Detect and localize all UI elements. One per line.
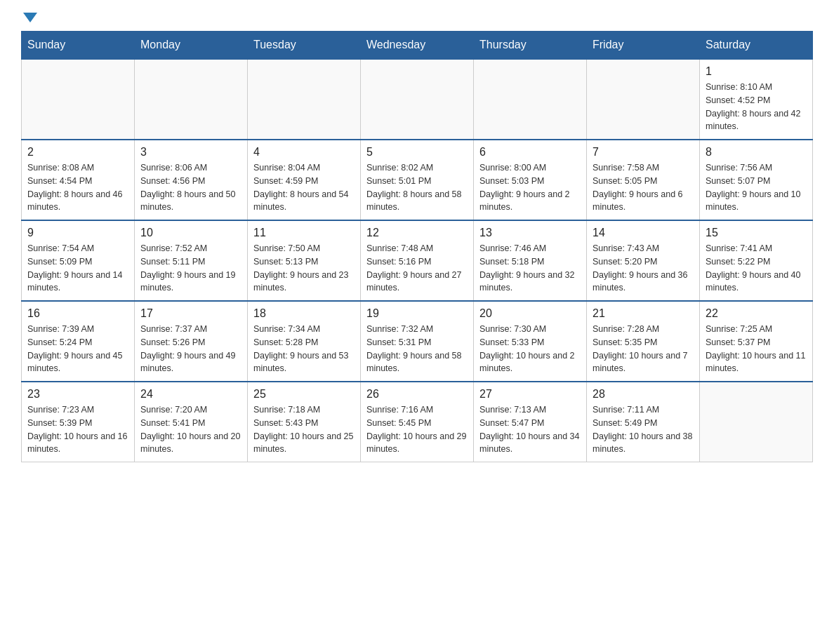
page-header xyxy=(21,14,813,24)
day-number: 16 xyxy=(27,307,128,320)
day-info: Sunrise: 7:20 AM Sunset: 5:41 PM Dayligh… xyxy=(140,403,241,456)
calendar-table: SundayMondayTuesdayWednesdayThursdayFrid… xyxy=(21,31,813,462)
calendar-day-cell: 13Sunrise: 7:46 AM Sunset: 5:18 PM Dayli… xyxy=(474,220,587,301)
day-info: Sunrise: 7:46 AM Sunset: 5:18 PM Dayligh… xyxy=(479,242,581,295)
calendar-day-cell: 15Sunrise: 7:41 AM Sunset: 5:22 PM Dayli… xyxy=(700,220,813,301)
day-number: 18 xyxy=(253,307,355,320)
day-number: 7 xyxy=(593,146,694,159)
calendar-week-row: 23Sunrise: 7:23 AM Sunset: 5:39 PM Dayli… xyxy=(22,382,813,462)
weekday-header-monday: Monday xyxy=(135,32,248,60)
day-number: 26 xyxy=(366,388,468,401)
calendar-day-cell: 26Sunrise: 7:16 AM Sunset: 5:45 PM Dayli… xyxy=(361,382,474,462)
day-info: Sunrise: 8:10 AM Sunset: 4:52 PM Dayligh… xyxy=(706,81,807,133)
calendar-day-cell xyxy=(248,59,361,140)
day-number: 5 xyxy=(366,146,468,159)
calendar-week-row: 16Sunrise: 7:39 AM Sunset: 5:24 PM Dayli… xyxy=(22,301,813,382)
day-number: 12 xyxy=(366,227,468,239)
day-number: 4 xyxy=(253,146,355,159)
calendar-day-cell: 10Sunrise: 7:52 AM Sunset: 5:11 PM Dayli… xyxy=(135,220,248,301)
calendar-day-cell: 2Sunrise: 8:08 AM Sunset: 4:54 PM Daylig… xyxy=(22,140,135,220)
weekday-header-thursday: Thursday xyxy=(474,32,587,60)
calendar-day-cell: 23Sunrise: 7:23 AM Sunset: 5:39 PM Dayli… xyxy=(22,382,135,462)
calendar-week-row: 1Sunrise: 8:10 AM Sunset: 4:52 PM Daylig… xyxy=(22,59,813,140)
calendar-day-cell xyxy=(587,59,700,140)
day-info: Sunrise: 7:52 AM Sunset: 5:11 PM Dayligh… xyxy=(140,242,241,295)
calendar-day-cell: 6Sunrise: 8:00 AM Sunset: 5:03 PM Daylig… xyxy=(474,140,587,220)
day-number: 2 xyxy=(27,146,128,159)
calendar-day-cell: 18Sunrise: 7:34 AM Sunset: 5:28 PM Dayli… xyxy=(248,301,361,382)
day-number: 24 xyxy=(140,388,241,401)
calendar-day-cell: 14Sunrise: 7:43 AM Sunset: 5:20 PM Dayli… xyxy=(587,220,700,301)
calendar-day-cell xyxy=(22,59,135,140)
calendar-day-cell: 9Sunrise: 7:54 AM Sunset: 5:09 PM Daylig… xyxy=(22,220,135,301)
calendar-day-cell: 22Sunrise: 7:25 AM Sunset: 5:37 PM Dayli… xyxy=(700,301,813,382)
weekday-header-saturday: Saturday xyxy=(700,32,813,60)
calendar-day-cell: 12Sunrise: 7:48 AM Sunset: 5:16 PM Dayli… xyxy=(361,220,474,301)
day-info: Sunrise: 7:39 AM Sunset: 5:24 PM Dayligh… xyxy=(27,323,128,375)
calendar-day-cell: 17Sunrise: 7:37 AM Sunset: 5:26 PM Dayli… xyxy=(135,301,248,382)
day-info: Sunrise: 7:43 AM Sunset: 5:20 PM Dayligh… xyxy=(593,242,694,295)
calendar-week-row: 2Sunrise: 8:08 AM Sunset: 4:54 PM Daylig… xyxy=(22,140,813,220)
day-info: Sunrise: 7:23 AM Sunset: 5:39 PM Dayligh… xyxy=(27,403,128,456)
calendar-day-cell: 8Sunrise: 7:56 AM Sunset: 5:07 PM Daylig… xyxy=(700,140,813,220)
day-info: Sunrise: 8:00 AM Sunset: 5:03 PM Dayligh… xyxy=(479,161,581,214)
day-number: 9 xyxy=(27,227,128,239)
day-info: Sunrise: 7:58 AM Sunset: 5:05 PM Dayligh… xyxy=(593,161,694,214)
day-number: 14 xyxy=(593,227,694,239)
calendar-day-cell xyxy=(700,382,813,462)
day-info: Sunrise: 8:02 AM Sunset: 5:01 PM Dayligh… xyxy=(366,161,468,214)
day-info: Sunrise: 7:37 AM Sunset: 5:26 PM Dayligh… xyxy=(140,323,241,375)
day-number: 27 xyxy=(479,388,581,401)
day-info: Sunrise: 8:06 AM Sunset: 4:56 PM Dayligh… xyxy=(140,161,241,214)
day-number: 3 xyxy=(140,146,241,159)
calendar-day-cell: 24Sunrise: 7:20 AM Sunset: 5:41 PM Dayli… xyxy=(135,382,248,462)
day-number: 19 xyxy=(366,307,468,320)
calendar-day-cell: 4Sunrise: 8:04 AM Sunset: 4:59 PM Daylig… xyxy=(248,140,361,220)
calendar-day-cell: 19Sunrise: 7:32 AM Sunset: 5:31 PM Dayli… xyxy=(361,301,474,382)
calendar-day-cell: 28Sunrise: 7:11 AM Sunset: 5:49 PM Dayli… xyxy=(587,382,700,462)
logo-triangle-icon xyxy=(23,13,37,22)
day-number: 22 xyxy=(706,307,807,320)
day-number: 8 xyxy=(706,146,807,159)
calendar-day-cell: 11Sunrise: 7:50 AM Sunset: 5:13 PM Dayli… xyxy=(248,220,361,301)
calendar-day-cell xyxy=(135,59,248,140)
day-info: Sunrise: 7:41 AM Sunset: 5:22 PM Dayligh… xyxy=(706,242,807,295)
weekday-header-sunday: Sunday xyxy=(22,32,135,60)
day-number: 20 xyxy=(479,307,581,320)
day-info: Sunrise: 7:30 AM Sunset: 5:33 PM Dayligh… xyxy=(479,323,581,375)
day-info: Sunrise: 7:56 AM Sunset: 5:07 PM Dayligh… xyxy=(706,161,807,214)
calendar-day-cell: 1Sunrise: 8:10 AM Sunset: 4:52 PM Daylig… xyxy=(700,59,813,140)
day-info: Sunrise: 8:04 AM Sunset: 4:59 PM Dayligh… xyxy=(253,161,355,214)
day-info: Sunrise: 8:08 AM Sunset: 4:54 PM Dayligh… xyxy=(27,161,128,214)
day-info: Sunrise: 7:48 AM Sunset: 5:16 PM Dayligh… xyxy=(366,242,468,295)
calendar-day-cell: 3Sunrise: 8:06 AM Sunset: 4:56 PM Daylig… xyxy=(135,140,248,220)
day-info: Sunrise: 7:11 AM Sunset: 5:49 PM Dayligh… xyxy=(593,403,694,456)
calendar-day-cell: 21Sunrise: 7:28 AM Sunset: 5:35 PM Dayli… xyxy=(587,301,700,382)
day-info: Sunrise: 7:50 AM Sunset: 5:13 PM Dayligh… xyxy=(253,242,355,295)
day-info: Sunrise: 7:16 AM Sunset: 5:45 PM Dayligh… xyxy=(366,403,468,456)
calendar-day-cell: 27Sunrise: 7:13 AM Sunset: 5:47 PM Dayli… xyxy=(474,382,587,462)
calendar-day-cell xyxy=(361,59,474,140)
calendar-day-cell: 25Sunrise: 7:18 AM Sunset: 5:43 PM Dayli… xyxy=(248,382,361,462)
calendar-day-cell: 20Sunrise: 7:30 AM Sunset: 5:33 PM Dayli… xyxy=(474,301,587,382)
calendar-week-row: 9Sunrise: 7:54 AM Sunset: 5:09 PM Daylig… xyxy=(22,220,813,301)
weekday-header-wednesday: Wednesday xyxy=(361,32,474,60)
day-number: 17 xyxy=(140,307,241,320)
day-info: Sunrise: 7:13 AM Sunset: 5:47 PM Dayligh… xyxy=(479,403,581,456)
calendar-day-cell xyxy=(474,59,587,140)
day-number: 11 xyxy=(253,227,355,239)
day-info: Sunrise: 7:34 AM Sunset: 5:28 PM Dayligh… xyxy=(253,323,355,375)
day-number: 10 xyxy=(140,227,241,239)
day-number: 25 xyxy=(253,388,355,401)
day-info: Sunrise: 7:32 AM Sunset: 5:31 PM Dayligh… xyxy=(366,323,468,375)
day-number: 6 xyxy=(479,146,581,159)
day-number: 28 xyxy=(593,388,694,401)
calendar-day-cell: 7Sunrise: 7:58 AM Sunset: 5:05 PM Daylig… xyxy=(587,140,700,220)
day-info: Sunrise: 7:28 AM Sunset: 5:35 PM Dayligh… xyxy=(593,323,694,375)
logo xyxy=(21,14,37,24)
day-info: Sunrise: 7:18 AM Sunset: 5:43 PM Dayligh… xyxy=(253,403,355,456)
weekday-header-tuesday: Tuesday xyxy=(248,32,361,60)
day-info: Sunrise: 7:54 AM Sunset: 5:09 PM Dayligh… xyxy=(27,242,128,295)
weekday-header-friday: Friday xyxy=(587,32,700,60)
day-number: 15 xyxy=(706,227,807,239)
